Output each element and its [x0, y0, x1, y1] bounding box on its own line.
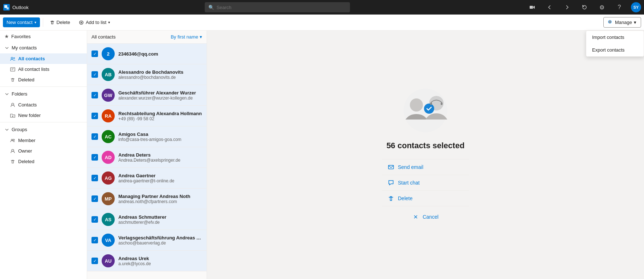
refresh-icon[interactable]: [579, 1, 590, 13]
contact-info-11: Andreas Urek a.urek@lycos.de: [118, 256, 202, 266]
contact-checkbox-4[interactable]: ✓: [91, 113, 98, 119]
avatar[interactable]: SY: [631, 2, 641, 12]
sidebar-folders-header[interactable]: Folders: [0, 88, 87, 100]
contact-avatar-1: 2: [102, 47, 115, 60]
contact-checkbox-8[interactable]: ✓: [91, 195, 98, 202]
search-input[interactable]: [216, 5, 346, 10]
sidebar-item-member[interactable]: Member: [0, 135, 87, 146]
contact-name-11: Andreas Urek: [118, 256, 202, 261]
cancel-button[interactable]: Cancel: [407, 209, 444, 225]
contact-avatar-8: MP: [102, 192, 115, 205]
sidebar-my-contacts-header[interactable]: My contacts: [0, 42, 87, 53]
contact-item-1[interactable]: ✓ 2 2346346@qq.com: [87, 44, 207, 64]
detail-actions: Send email Start chat Delete: [382, 159, 469, 206]
send-email-button[interactable]: Send email: [382, 159, 469, 175]
manage-dropdown: Import contacts Export contacts: [586, 31, 644, 57]
settings-icon[interactable]: ⚙: [596, 1, 608, 13]
manage-chevron: ▾: [634, 20, 636, 25]
contact-item-4[interactable]: ✓ RA Rechtsabteilung Alexandra Hollmann …: [87, 106, 207, 126]
contact-info-1: 2346346@qq.com: [118, 51, 202, 57]
sidebar-groups-label: Groups: [12, 127, 27, 132]
contact-checkbox-5[interactable]: ✓: [91, 133, 98, 140]
delete-button[interactable]: Delete: [46, 17, 74, 27]
meet-now-icon[interactable]: [526, 1, 538, 13]
export-contacts-item[interactable]: Export contacts: [586, 44, 644, 56]
contact-sub-9: aschmutterer@efv.de: [118, 220, 202, 225]
contact-checkbox-10[interactable]: ✓: [91, 237, 98, 243]
new-contact-button[interactable]: New contact ▾: [3, 17, 40, 27]
contacts-folder-icon: [10, 102, 15, 108]
svg-point-5: [609, 21, 611, 23]
contact-checkbox-3[interactable]: ✓: [91, 92, 98, 98]
delete-action-button[interactable]: Delete: [382, 191, 469, 206]
contact-list: All contacts By first name ▾ ✓ 2 2346346…: [87, 31, 207, 279]
sidebar-item-contacts-folder[interactable]: Contacts: [0, 100, 87, 110]
contact-item-9[interactable]: ✓ AS Andreas Schmutterer aschmutterer@ef…: [87, 209, 207, 230]
sidebar-favorites-label: Favorites: [11, 34, 30, 39]
contact-info-7: Andrea Gaertner andrea-gaertner@t-online…: [118, 173, 202, 183]
titlebar-left: Outlook: [3, 4, 29, 11]
svg-rect-20: [388, 165, 394, 169]
sidebar: ★ Favorites My contacts All contacts All…: [0, 31, 87, 279]
sidebar-item-owner[interactable]: Owner: [0, 146, 87, 156]
contact-item-10[interactable]: ✓ VA Verlagsgeschäftsführung Andreas Sch…: [87, 230, 207, 251]
svg-point-17: [424, 104, 434, 114]
contact-item-2[interactable]: ✓ AB Alessandro de Bochdanovits alessand…: [87, 64, 207, 85]
chevron-down-icon: [4, 45, 9, 50]
sort-button[interactable]: By first name ▾: [171, 34, 202, 40]
sidebar-favorites-header[interactable]: ★ Favorites: [0, 31, 87, 42]
contact-checkbox-2[interactable]: ✓: [91, 71, 98, 78]
forward-icon[interactable]: [561, 1, 573, 13]
start-chat-button[interactable]: Start chat: [382, 175, 469, 191]
main-area: ★ Favorites My contacts All contacts All…: [0, 31, 644, 279]
contact-checkbox-9[interactable]: ✓: [91, 216, 98, 223]
sidebar-all-contacts-label: All contacts: [18, 56, 45, 61]
contact-name-7: Andrea Gaertner: [118, 173, 202, 178]
contact-info-2: Alessandro de Bochdanovits alessandro@bo…: [118, 69, 202, 80]
contacts-illustration: [389, 85, 462, 132]
sidebar-groups-deleted-label: Deleted: [18, 159, 34, 164]
sidebar-groups-header[interactable]: Groups: [0, 124, 87, 135]
svg-point-7: [11, 57, 13, 59]
search-bar[interactable]: 🔍: [205, 2, 350, 12]
sidebar-all-contact-lists-label: All contact lists: [18, 66, 49, 72]
contact-item-7[interactable]: ✓ AG Andrea Gaertner andrea-gaertner@t-o…: [87, 168, 207, 189]
contact-checkbox-7[interactable]: ✓: [91, 175, 98, 181]
contact-checkbox-11[interactable]: ✓: [91, 258, 98, 264]
contact-item-5[interactable]: ✓ AC Amigos Casa info@casa-tres-amigos-g…: [87, 126, 207, 147]
contact-item-8[interactable]: ✓ MP Managing Partner Andreas Noth andre…: [87, 189, 207, 209]
contact-sub-8: andreas.noth@cfpartners.com: [118, 199, 202, 204]
start-chat-label: Start chat: [398, 180, 420, 186]
sidebar-my-contacts-label: My contacts: [12, 45, 37, 50]
sidebar-item-new-folder[interactable]: New folder: [0, 110, 87, 121]
contact-item-6[interactable]: ✓ AD Andrea Deters Andrea.Deters@axelspr…: [87, 147, 207, 168]
contact-info-8: Managing Partner Andreas Noth andreas.no…: [118, 194, 202, 204]
manage-button[interactable]: Manage ▾: [603, 17, 641, 28]
sidebar-item-all-contact-lists[interactable]: All contact lists: [0, 64, 87, 74]
contact-checkbox-1[interactable]: ✓: [91, 50, 98, 57]
list-icon: [10, 67, 15, 72]
sidebar-owner-label: Owner: [18, 148, 32, 154]
contact-name-6: Andrea Deters: [118, 152, 202, 158]
contact-avatar-6: AD: [102, 151, 115, 164]
contact-item-11[interactable]: ✓ AU Andreas Urek a.urek@lycos.de: [87, 251, 207, 271]
add-to-list-button[interactable]: Add to list ▾: [75, 17, 114, 27]
sidebar-member-label: Member: [18, 138, 36, 143]
import-contacts-item[interactable]: Import contacts: [586, 31, 644, 44]
help-icon[interactable]: ?: [614, 1, 625, 13]
sidebar-item-groups-deleted[interactable]: Deleted: [0, 156, 87, 167]
nav-back-icon[interactable]: [544, 1, 555, 13]
sidebar-new-folder-label: New folder: [18, 113, 41, 118]
contact-item-3[interactable]: ✓ GW Geschäftsführer Alexander Wurzer al…: [87, 85, 207, 106]
new-folder-icon: [10, 113, 15, 118]
sidebar-item-deleted[interactable]: Deleted: [0, 74, 87, 85]
svg-rect-19: [441, 102, 443, 105]
contact-checkbox-6[interactable]: ✓: [91, 154, 98, 161]
manage-label: Manage: [615, 20, 632, 25]
contact-info-6: Andrea Deters Andrea.Deters@axelspringer…: [118, 152, 202, 163]
contact-sub-11: a.urek@lycos.de: [118, 261, 202, 266]
sidebar-item-all-contacts[interactable]: All contacts: [0, 53, 87, 64]
contact-name-4: Rechtsabteilung Alexandra Hollmann: [118, 111, 202, 116]
contact-avatar-11: AU: [102, 254, 115, 267]
owner-icon: [10, 149, 15, 154]
